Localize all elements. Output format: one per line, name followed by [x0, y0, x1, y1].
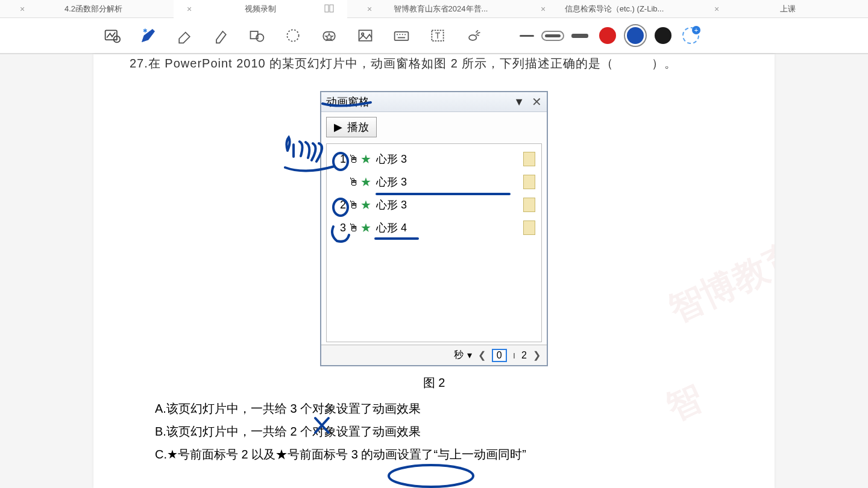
anim-number: 1: [333, 153, 346, 166]
watermark: 智博教育: [661, 232, 775, 334]
figure-caption: 图 2: [130, 375, 738, 391]
zoom-annotate-icon[interactable]: +: [102, 26, 122, 45]
prev-icon[interactable]: ❮: [476, 349, 488, 361]
stroke-medium[interactable]: [545, 34, 561, 37]
stroke-thick[interactable]: [571, 34, 588, 38]
pen-tool-icon[interactable]: ✱: [139, 26, 158, 45]
svg-rect-1: [330, 5, 333, 12]
animation-item[interactable]: 3 🖱 ★ 心形 4: [329, 216, 539, 239]
star-icon: ★: [360, 198, 371, 212]
eraser-icon[interactable]: [175, 26, 194, 45]
color-red[interactable]: [599, 27, 616, 44]
close-icon[interactable]: ×: [367, 5, 376, 13]
timing-bar: [523, 175, 535, 189]
tab-2[interactable]: × 智博教育山东省2024年普...: [347, 0, 521, 18]
lasso-icon[interactable]: [283, 26, 303, 45]
star-icon: ★: [360, 221, 371, 235]
close-icon[interactable]: ×: [187, 5, 195, 13]
tab-0[interactable]: × 4.2函数部分解析: [0, 0, 174, 18]
color-picker-add[interactable]: +: [682, 27, 699, 44]
close-icon[interactable]: ✕: [532, 95, 542, 109]
anim-label: 心形 3: [376, 198, 518, 212]
close-icon[interactable]: ×: [20, 5, 28, 13]
timing-bar: [523, 198, 535, 212]
anim-label: 心形 4: [376, 221, 518, 235]
svg-point-11: [362, 33, 364, 36]
svg-point-23: [389, 465, 473, 487]
animation-list: 1 🖱 ★ 心形 3 🖱 ★ 心形 3 2 🖱 ★ 心形: [326, 143, 542, 342]
timing-bar: [523, 152, 535, 166]
tab-label: 4.2函数部分解析: [33, 4, 154, 14]
trigger-icon: 🖱: [348, 199, 359, 211]
shape-eraser-icon[interactable]: [247, 26, 266, 45]
svg-point-8: [287, 30, 298, 41]
anim-number: 3: [333, 222, 346, 234]
tab-1[interactable]: × 视频录制: [174, 0, 347, 18]
anim-number: 2: [333, 199, 346, 211]
sep: ı: [511, 350, 518, 361]
trigger-icon: 🖱: [348, 222, 359, 234]
play-icon: ▶: [334, 120, 342, 134]
toolbar: + ✱ T: [0, 18, 868, 54]
tab-bar: × 4.2函数部分解析 × 视频录制 × 智博教育山东省2024年普... × …: [0, 0, 868, 18]
animation-item[interactable]: 2 🖱 ★ 心形 3: [329, 193, 539, 216]
animation-item[interactable]: 1 🖱 ★ 心形 3: [329, 148, 539, 170]
color-black[interactable]: [655, 27, 671, 44]
svg-point-20: [469, 35, 476, 40]
close-icon[interactable]: ×: [714, 5, 723, 13]
animation-pane-title: 动画窗格: [326, 95, 514, 109]
dropdown-icon[interactable]: ▼: [514, 96, 524, 108]
dropdown-icon[interactable]: ▾: [467, 349, 472, 361]
tab-4[interactable]: × 上课: [694, 0, 868, 18]
svg-text:T: T: [435, 31, 441, 40]
option-a: A.该页幻灯片中，一共给 3 个对象设置了动画效果: [155, 397, 738, 420]
tab-3[interactable]: × 信息检索导论（etc.) (Z-Lib...: [521, 0, 694, 18]
close-icon[interactable]: ×: [541, 5, 549, 13]
page-value: 2: [521, 350, 527, 361]
star-icon: ★: [360, 175, 371, 189]
tab-label: 视频录制: [200, 4, 321, 14]
option-c: C.★号前面标号 2 以及★号前面标号 3 的动画设置了“与上一动画同时”: [155, 443, 738, 466]
play-button[interactable]: ▶ 播放: [326, 117, 377, 137]
stroke-thin[interactable]: [520, 35, 534, 37]
question-text: 27.在 PowerPoint 2010 的某页幻灯片中，动画窗格如图 2 所示…: [130, 55, 738, 72]
play-label: 播放: [347, 120, 369, 134]
plus-icon: +: [692, 26, 700, 34]
seconds-value[interactable]: 0: [492, 349, 507, 362]
color-blue[interactable]: [627, 27, 644, 44]
tab-label: 信息检索导论（etc.) (Z-Lib...: [554, 4, 675, 14]
option-b: B.该页幻灯片中，一共给 2 个对象设置了动画效果: [155, 420, 738, 443]
svg-text:+: +: [115, 37, 118, 43]
svg-rect-12: [395, 32, 409, 40]
star-icon: ★: [360, 152, 371, 166]
stamp-icon[interactable]: [319, 26, 339, 45]
document-page: 智博教育 智 27.在 PowerPoint 2010 的某页幻灯片中，动画窗格…: [93, 54, 775, 488]
animation-pane-header: 动画窗格 ▼ ✕: [321, 92, 547, 112]
split-icon[interactable]: [324, 4, 334, 15]
unit-label: 秒: [454, 349, 464, 361]
highlighter-icon[interactable]: [211, 26, 230, 45]
animation-footer: 秒 ▾ ❮ 0 ı 2 ❯: [321, 345, 547, 365]
anim-label: 心形 3: [376, 175, 508, 189]
answer-options: A.该页幻灯片中，一共给 3 个对象设置了动画效果 B.该页幻灯片中，一共给 2…: [155, 397, 738, 466]
trigger-icon: 🖱: [348, 153, 359, 166]
tab-label: 上课: [728, 4, 848, 14]
timing-bar: [523, 221, 535, 235]
tab-label: 智博教育山东省2024年普...: [380, 4, 501, 14]
svg-rect-0: [325, 5, 329, 12]
link-laser-icon[interactable]: [464, 26, 483, 45]
text-tool-icon[interactable]: T: [428, 26, 447, 45]
anim-label: 心形 3: [376, 152, 518, 166]
image-icon[interactable]: [356, 26, 375, 45]
next-icon[interactable]: ❯: [530, 349, 543, 361]
svg-text:✱: ✱: [143, 28, 148, 34]
keyboard-icon[interactable]: [392, 26, 411, 45]
animation-item[interactable]: 🖱 ★ 心形 3: [329, 170, 539, 193]
animation-pane: 动画窗格 ▼ ✕ ▶ 播放 1 🖱 ★ 心形 3 🖱 ★: [320, 91, 548, 366]
trigger-icon: 🖱: [348, 176, 359, 189]
